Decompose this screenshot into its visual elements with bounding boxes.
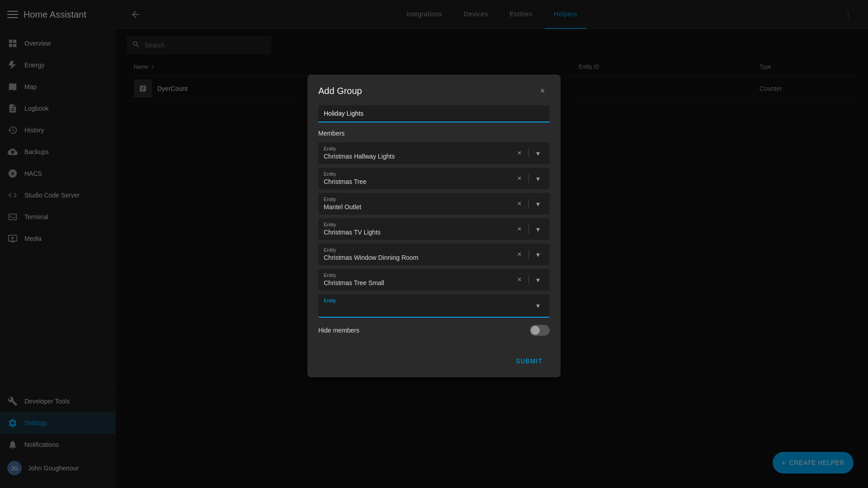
name-input[interactable]: [318, 105, 550, 122]
empty-entity-dropdown-btn[interactable]: ▾: [532, 299, 544, 312]
entity-field-2: Entity Mantel Outlet × ▾: [318, 193, 550, 215]
entity-dropdown-0[interactable]: ▾: [532, 147, 544, 160]
entity-label-5: Entity: [324, 272, 513, 278]
hide-members-toggle[interactable]: [530, 325, 550, 336]
entity-label-2: Entity: [324, 197, 513, 202]
entity-field-5: Entity Christmas Tree Small × ▾: [318, 269, 550, 291]
entity-value-4: Christmas Window Dinning Room: [324, 254, 418, 261]
submit-button[interactable]: SUBMIT: [509, 354, 550, 368]
entity-value-2: Mantel Outlet: [324, 203, 361, 211]
modal-footer: SUBMIT: [307, 350, 561, 377]
entity-value-5: Christmas Tree Small: [324, 279, 384, 286]
modal-close-button[interactable]: ×: [535, 84, 550, 98]
entity-value-3: Christmas TV Lights: [324, 229, 381, 236]
entity-clear-0[interactable]: ×: [513, 147, 526, 160]
entity-field-1: Entity Christmas Tree × ▾: [318, 168, 550, 189]
entity-field-3: Entity Christmas TV Lights × ▾: [318, 218, 550, 240]
entity-dropdown-1[interactable]: ▾: [532, 172, 544, 185]
entity-label-1: Entity: [324, 171, 513, 177]
add-group-modal: Add Group × .field-input::placeholder { …: [307, 75, 561, 377]
entity-label-3: Entity: [324, 222, 513, 227]
empty-entity-field: Entity ▾: [318, 294, 550, 318]
entity-field-4: Entity Christmas Window Dinning Room × ▾: [318, 244, 550, 265]
entity-dropdown-5[interactable]: ▾: [532, 273, 544, 286]
name-field-group: .field-input::placeholder { color: #9e9e…: [318, 105, 550, 122]
entity-clear-4[interactable]: ×: [513, 248, 526, 261]
modal-body: .field-input::placeholder { color: #9e9e…: [307, 105, 561, 350]
entity-value-0: Christmas Hallway Lights: [324, 153, 395, 160]
toggle-thumb: [531, 326, 540, 335]
modal-overlay: Add Group × .field-input::placeholder { …: [0, 0, 868, 488]
hide-members-label: Hide members: [318, 327, 359, 334]
entity-clear-1[interactable]: ×: [513, 172, 526, 185]
entity-dropdown-2[interactable]: ▾: [532, 197, 544, 210]
modal-title: Add Group: [318, 86, 362, 96]
empty-entity-label: Entity: [324, 298, 532, 303]
empty-entity-input[interactable]: [324, 304, 532, 313]
modal-header: Add Group ×: [307, 75, 561, 105]
entity-clear-5[interactable]: ×: [513, 273, 526, 286]
entity-clear-3[interactable]: ×: [513, 223, 526, 235]
entity-dropdown-3[interactable]: ▾: [532, 223, 544, 235]
entity-field-0: Entity Christmas Hallway Lights × ▾: [318, 142, 550, 164]
entity-label-0: Entity: [324, 146, 513, 151]
entity-label-4: Entity: [324, 247, 513, 253]
entity-value-1: Christmas Tree: [324, 178, 367, 185]
members-title: Members: [318, 130, 550, 137]
entity-clear-2[interactable]: ×: [513, 197, 526, 210]
hide-members-row: Hide members: [318, 321, 550, 339]
entity-dropdown-4[interactable]: ▾: [532, 248, 544, 261]
